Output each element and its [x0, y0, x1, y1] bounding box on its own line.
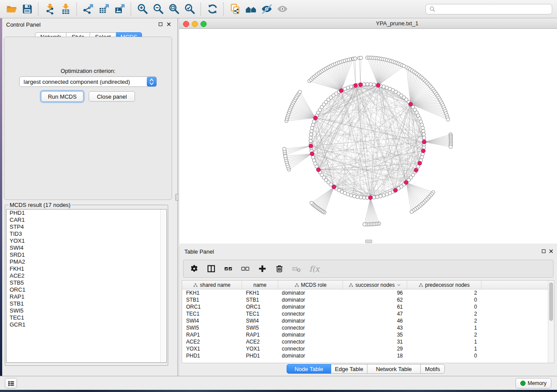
network-graph[interactable] — [179, 29, 557, 244]
network-hub-node[interactable] — [414, 168, 418, 172]
mcds-result-item[interactable]: FKH1 — [7, 265, 166, 272]
network-hub-node[interactable] — [310, 152, 314, 156]
optimization-criterion-dropdown[interactable]: largest connected component (undirected) — [19, 76, 157, 87]
window-maximize-button[interactable] — [201, 21, 207, 27]
zoom-fit-button[interactable] — [166, 2, 182, 16]
gear-icon — [190, 264, 199, 273]
tab-motifs[interactable]: Motifs — [421, 364, 445, 374]
tab-edge-table[interactable]: Edge Table — [331, 364, 367, 374]
copy-view-button[interactable] — [227, 2, 243, 16]
network-hub-node[interactable] — [332, 185, 336, 189]
network-hub-node[interactable] — [422, 149, 426, 153]
column-header-shared-name[interactable]: shared name — [182, 281, 242, 289]
deselect-all-checkbox-button[interactable] — [241, 264, 250, 273]
mcds-result-item[interactable]: PMA2 — [7, 258, 166, 265]
mcds-result-item[interactable]: RAP1 — [7, 293, 166, 300]
table-row[interactable]: SWI4SWI4dominator462 — [182, 317, 554, 324]
network-hub-node[interactable] — [418, 161, 422, 165]
network-hub-node[interactable] — [404, 181, 408, 185]
mcds-result-item[interactable]: SWI5 — [7, 307, 166, 314]
cell-predecessor-nodes: 0 — [407, 297, 481, 303]
network-hub-node[interactable] — [309, 144, 313, 148]
zoom-out-button[interactable] — [150, 2, 166, 16]
table-row[interactable]: ORC1ORC1dominator610 — [182, 303, 554, 310]
import-table-button[interactable] — [58, 2, 73, 16]
window-close-button[interactable] — [183, 21, 189, 27]
columns-button[interactable] — [207, 264, 216, 273]
network-hub-node[interactable] — [314, 116, 318, 120]
network-hub-node[interactable] — [317, 168, 321, 172]
search-input[interactable] — [438, 6, 552, 13]
export-image-button[interactable] — [112, 2, 128, 16]
network-hub-node[interactable] — [376, 83, 380, 87]
mcds-list-scrollbar[interactable] — [160, 210, 166, 362]
save-session-button[interactable] — [19, 2, 35, 16]
tab-network-table[interactable]: Network Table — [367, 364, 421, 374]
import-network-button[interactable] — [42, 2, 58, 16]
mcds-result-item[interactable]: TID3 — [7, 230, 166, 237]
column-header-MCDS-role[interactable]: MCDS role — [278, 281, 343, 289]
hide-selected-button[interactable] — [259, 2, 274, 16]
gear-button[interactable] — [190, 264, 199, 273]
open-folder-button[interactable] — [3, 2, 19, 16]
mcds-result-list[interactable]: PHD1CAR1STP4TID3YOX1SWI4SRD1PMA2FKH1ACE2… — [6, 209, 167, 363]
show-all-button[interactable] — [274, 2, 290, 16]
table-row[interactable]: ACE2ACE2connector311 — [182, 338, 554, 345]
table-row[interactable]: TEC1TEC1connector472 — [182, 310, 554, 317]
zoom-in-button[interactable] — [135, 2, 150, 16]
memory-button[interactable]: Memory — [515, 378, 551, 389]
close-mcds-panel-button[interactable]: Close panel — [89, 91, 135, 102]
select-all-checkbox-button[interactable] — [224, 264, 233, 273]
refresh-layout-button[interactable] — [204, 2, 220, 16]
table-scrollbar-thumb[interactable] — [549, 282, 553, 321]
table-row[interactable]: RAP1RAP1dominator352 — [182, 331, 554, 338]
mcds-result-item[interactable]: STP4 — [7, 224, 166, 230]
task-history-button[interactable] — [5, 378, 17, 389]
export-table-button[interactable] — [96, 2, 112, 16]
network-hub-node[interactable] — [408, 102, 412, 106]
mcds-result-item[interactable]: GCR1 — [7, 321, 166, 328]
network-hub-node[interactable] — [339, 89, 343, 93]
mcds-result-item[interactable]: PHD1 — [7, 210, 166, 217]
table-row[interactable]: PHD1PHD1dominator180 — [182, 352, 554, 359]
network-hub-node[interactable] — [368, 196, 372, 199]
cell-predecessor-nodes: 2 — [407, 290, 481, 296]
table-row[interactable]: YOX1YOX1connector291 — [182, 345, 554, 352]
network-hub-node[interactable] — [422, 140, 426, 144]
mcds-result-item[interactable]: STB1 — [7, 300, 166, 307]
float-panel-button[interactable] — [158, 21, 163, 27]
table-row[interactable]: FKH1FKH1dominator962 — [182, 289, 554, 296]
mcds-result-item[interactable]: SRD1 — [7, 251, 166, 258]
mcds-result-item[interactable]: YOX1 — [7, 237, 166, 244]
network-hub-node[interactable] — [394, 189, 398, 193]
mcds-result-item[interactable]: CAR1 — [7, 217, 166, 224]
mcds-result-item[interactable]: STB5 — [7, 279, 166, 286]
close-panel-button[interactable] — [166, 21, 172, 27]
close-table-panel-button[interactable] — [548, 248, 554, 254]
column-header-successor-nodes[interactable]: successor nodes — [343, 281, 407, 289]
table-row[interactable]: STB1STB1dominator620 — [182, 296, 554, 303]
search-box[interactable] — [426, 4, 552, 14]
network-canvas[interactable] — [179, 29, 557, 244]
network-window-titlebar[interactable]: YPA_prune.txt_1 — [179, 18, 557, 29]
network-hub-node[interactable] — [359, 83, 363, 87]
run-mcds-button[interactable]: Run MCDS — [41, 91, 83, 102]
window-minimize-button[interactable] — [192, 21, 198, 27]
horizontal-splitter-handle[interactable] — [365, 240, 372, 243]
tab-node-table[interactable]: Node Table — [287, 364, 331, 374]
column-header-name[interactable]: name — [242, 281, 278, 289]
first-neighbors-button[interactable] — [243, 2, 259, 16]
float-table-panel-button[interactable] — [541, 248, 547, 254]
table-row[interactable]: SWI5SWI5connector431 — [182, 324, 554, 331]
network-hub-node[interactable] — [354, 83, 358, 87]
mcds-result-item[interactable]: ACE2 — [7, 272, 166, 279]
mcds-result-item[interactable]: ORC1 — [7, 286, 166, 293]
zoom-selected-button[interactable] — [182, 2, 197, 16]
export-network-button[interactable] — [80, 2, 96, 16]
delete-row-button[interactable] — [275, 264, 284, 273]
column-header-predecessor-nodes[interactable]: predecessor nodes — [407, 281, 481, 289]
add-row-button[interactable] — [258, 264, 267, 273]
mcds-result-item[interactable]: SWI4 — [7, 244, 166, 251]
mcds-result-item[interactable]: TEC1 — [7, 314, 166, 321]
table-scrollbar[interactable] — [548, 281, 554, 363]
